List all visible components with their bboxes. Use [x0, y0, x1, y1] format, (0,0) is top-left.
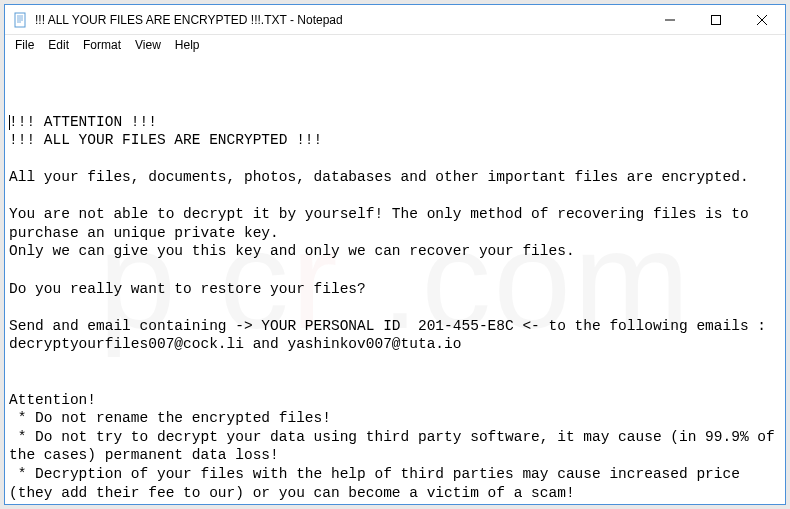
menubar: File Edit Format View Help — [5, 35, 785, 55]
text-area[interactable]: p cr .com !!! ATTENTION !!! !!! ALL YOUR… — [5, 55, 785, 504]
menu-view[interactable]: View — [129, 37, 167, 53]
notepad-icon — [13, 12, 29, 28]
document-body: !!! ATTENTION !!! !!! ALL YOUR FILES ARE… — [9, 114, 783, 504]
menu-format[interactable]: Format — [77, 37, 127, 53]
notepad-window: !!! ALL YOUR FILES ARE ENCRYPTED !!!.TXT… — [4, 4, 786, 505]
window-controls — [647, 5, 785, 34]
menu-edit[interactable]: Edit — [42, 37, 75, 53]
minimize-button[interactable] — [647, 5, 693, 34]
titlebar: !!! ALL YOUR FILES ARE ENCRYPTED !!!.TXT… — [5, 5, 785, 35]
maximize-button[interactable] — [693, 5, 739, 34]
menu-file[interactable]: File — [9, 37, 40, 53]
svg-rect-6 — [712, 15, 721, 24]
close-button[interactable] — [739, 5, 785, 34]
menu-help[interactable]: Help — [169, 37, 206, 53]
window-title: !!! ALL YOUR FILES ARE ENCRYPTED !!!.TXT… — [35, 13, 647, 27]
